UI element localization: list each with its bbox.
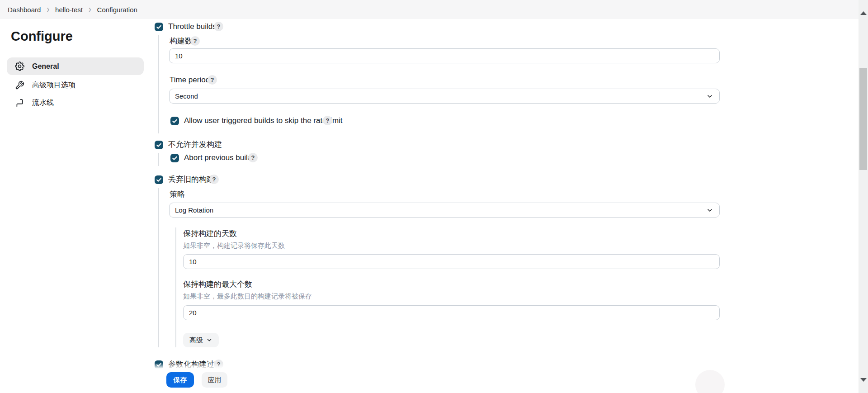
sidebar-item-general[interactable]: General (7, 57, 144, 75)
discard-old-builds-checkbox[interactable] (155, 175, 163, 184)
check-icon (156, 24, 162, 30)
sidebar-item-advanced-options[interactable]: 高级项目选项 (7, 76, 144, 94)
chevron-right-icon: › (89, 5, 91, 14)
build-count-input[interactable] (169, 48, 720, 63)
allow-user-triggered-checkbox[interactable] (170, 117, 179, 125)
pipeline-icon (15, 98, 24, 108)
no-concurrent-builds-checkbox[interactable] (155, 141, 163, 149)
throttle-builds-label: Throttle builds (168, 22, 217, 32)
vertical-scrollbar[interactable] (859, 0, 868, 393)
sidebar-item-label: 高级项目选项 (32, 80, 75, 90)
days-to-keep-input[interactable] (183, 254, 720, 269)
breadcrumb: Dashboard › hello-test › Configuration (0, 0, 859, 19)
throttle-builds-checkbox[interactable] (155, 23, 163, 31)
sidebar-item-label: 流水线 (32, 98, 54, 108)
no-concurrent-builds-label: 不允许并发构建 (168, 140, 222, 150)
bottom-bar-fade (0, 363, 859, 369)
days-to-keep-label: 保持构建的天数 (183, 229, 237, 239)
abort-previous-builds-checkbox[interactable] (170, 154, 179, 162)
max-builds-to-keep-help-text: 如果非空，最多此数目的构建记录将被保存 (183, 291, 312, 301)
sidebar-item-pipeline[interactable]: 流水线 (7, 94, 144, 112)
check-icon (171, 118, 178, 124)
gear-icon (15, 62, 24, 71)
abort-previous-builds-label: Abort previous builds (184, 153, 256, 163)
help-icon[interactable]: ? (209, 175, 219, 184)
help-icon[interactable]: ? (214, 22, 223, 31)
scroll-up-icon[interactable] (860, 11, 867, 15)
allow-user-triggered-label: Allow user triggered builds to skip the … (184, 116, 343, 126)
save-button[interactable]: 保存 (166, 372, 194, 388)
apply-button[interactable]: 应用 (202, 372, 227, 388)
indent-guide (158, 188, 159, 347)
chevron-down-icon (706, 207, 713, 214)
chevron-down-icon (706, 93, 713, 100)
indent-guide (175, 227, 176, 347)
help-icon[interactable]: ? (190, 36, 200, 46)
check-icon (156, 176, 162, 183)
max-builds-to-keep-label: 保持构建的最大个数 (183, 279, 252, 289)
bottom-bar (0, 369, 859, 393)
breadcrumb-job[interactable]: hello-test (55, 6, 83, 14)
page-title: Configure (11, 29, 73, 44)
help-icon[interactable]: ? (248, 153, 258, 162)
help-icon[interactable]: ? (208, 75, 217, 85)
advanced-button[interactable]: 高级 (183, 333, 219, 347)
check-icon (156, 142, 162, 148)
strategy-label: 策略 (170, 189, 185, 199)
chevron-down-icon (206, 337, 212, 343)
configure-page: Dashboard › hello-test › Configuration C… (0, 0, 868, 393)
scroll-down-icon[interactable] (860, 378, 867, 382)
max-builds-to-keep-input[interactable] (183, 305, 720, 320)
indent-guide (158, 35, 159, 133)
time-period-value: Second (175, 92, 198, 100)
days-to-keep-help-text: 如果非空，构建记录将保存此天数 (183, 241, 285, 251)
chevron-right-icon: › (47, 5, 49, 14)
discard-old-builds-label: 丢弃旧的构建 (168, 175, 214, 185)
wrench-icon (15, 80, 24, 90)
sidebar-item-label: General (32, 62, 59, 71)
build-count-label: 构建数 (170, 36, 193, 46)
help-icon[interactable]: ? (323, 116, 332, 125)
scrollbar-thumb[interactable] (859, 68, 867, 170)
advanced-button-label: 高级 (189, 336, 203, 345)
time-period-label: Time period (170, 75, 210, 85)
time-period-select[interactable]: Second (169, 89, 720, 104)
breadcrumb-dashboard[interactable]: Dashboard (8, 6, 41, 14)
check-icon (171, 155, 178, 161)
breadcrumb-configuration[interactable]: Configuration (97, 6, 137, 14)
strategy-select[interactable]: Log Rotation (169, 203, 720, 218)
indent-guide (158, 153, 159, 166)
strategy-value: Log Rotation (175, 206, 213, 214)
